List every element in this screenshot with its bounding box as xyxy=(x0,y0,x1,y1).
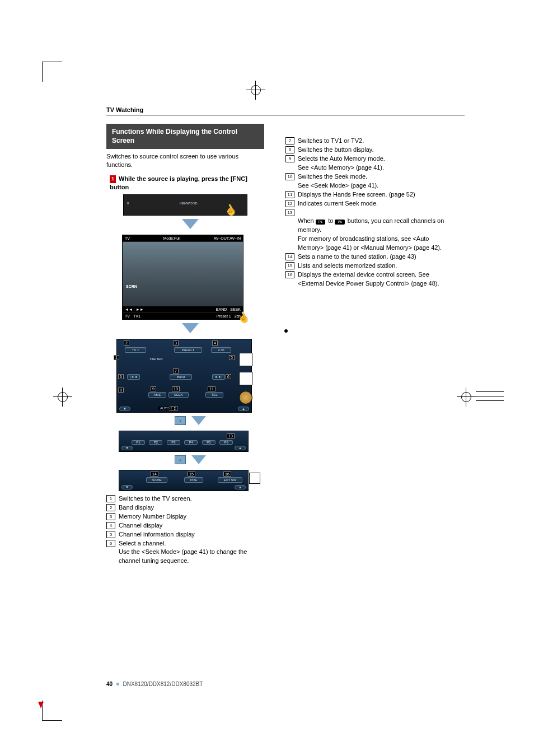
num-box: 15 xyxy=(285,262,294,269)
chevron-right-icon: › xyxy=(175,455,186,464)
list-text: When P1 to P6 buttons, you can recall ch… xyxy=(298,208,453,253)
black-dot-icon xyxy=(284,329,288,333)
down-arrow-icon xyxy=(182,219,199,229)
side-icons xyxy=(239,347,252,404)
caret-icon xyxy=(38,702,44,708)
device-faceplate-image: 0 KENWOOD ☝ xyxy=(123,194,247,216)
list-text: Switches the button display. xyxy=(298,146,453,155)
registration-mark xyxy=(246,81,265,100)
list-text: Memory Number Display xyxy=(119,512,263,521)
scroll-up-tab[interactable]: ▲ xyxy=(238,407,249,411)
num-box: 16 xyxy=(285,271,294,278)
left-numbered-list: 1Switches to the TV screen. 2Band displa… xyxy=(106,494,263,566)
preset-p4[interactable]: P4 xyxy=(184,440,198,445)
down-arrow-icon xyxy=(191,455,206,464)
control-screen-screenshot: 2 3 4 1 5 6 7 6 8 9 10 11 12 TV 1 Preset… xyxy=(116,339,252,413)
side-icon xyxy=(239,372,252,385)
step-1: 1While the source is playing, press the … xyxy=(110,175,261,191)
ame-button[interactable]: AME xyxy=(148,392,166,398)
p6-badge: P6 xyxy=(335,220,344,225)
scroll-down-tab[interactable]: ▼ xyxy=(121,446,133,450)
preset-p3[interactable]: P3 xyxy=(167,440,180,445)
flow-arrow-row: › xyxy=(123,416,257,427)
list-text: Switches to TV1 or TV2. xyxy=(298,137,453,146)
faceplate-brand: KENWOOD xyxy=(180,202,198,205)
callout-7: 7 xyxy=(173,368,179,374)
callout-6b: 6 xyxy=(226,374,231,379)
right-column: 7Switches to TV1 or TV2. 8Switches the b… xyxy=(285,133,453,288)
preset-p6[interactable]: P6 xyxy=(219,440,233,445)
callout-15: 15 xyxy=(188,472,195,477)
faceplate-label: 0 xyxy=(127,202,129,205)
page-content: TV Watching Functions While Displaying t… xyxy=(106,106,465,566)
list-item: 12Indicates current Seek mode. xyxy=(285,199,453,208)
list-item: 15Lists and selects memorized station. xyxy=(285,262,453,270)
seek-next-icon: ►► xyxy=(136,307,144,311)
registration-mark xyxy=(53,388,72,407)
ch-indicator: 2 ch xyxy=(211,347,231,353)
page-number: 40 xyxy=(106,681,113,687)
preset-p2[interactable]: P2 xyxy=(149,440,162,445)
registration-lines xyxy=(476,388,504,405)
num-box: 3 xyxy=(106,513,115,520)
title-text-label: Title Text xyxy=(149,357,163,361)
band-button[interactable]: Band xyxy=(170,374,192,380)
preset-p1[interactable]: P1 xyxy=(132,440,145,445)
list-text: Switches to the TV screen. xyxy=(119,494,263,503)
list-text: Selects the Auto Memory mode. See <Auto … xyxy=(298,155,453,172)
num-box: 1 xyxy=(106,495,115,502)
list-item: 8Switches the button display. xyxy=(285,146,453,155)
tel-button[interactable]: TEL xyxy=(205,392,223,398)
list-item: 4Channel display xyxy=(106,521,263,530)
info-band: TV1 xyxy=(133,314,140,318)
ui-source-label: TV xyxy=(125,236,130,240)
info-source: TV xyxy=(125,314,130,318)
callout-2: 2 xyxy=(124,340,129,346)
down-arrow-icon xyxy=(191,416,206,425)
scroll-up-tab[interactable]: ▲ xyxy=(235,446,246,450)
extsw-button[interactable]: EXT SW xyxy=(218,477,242,483)
preset-p5[interactable]: P5 xyxy=(202,440,216,445)
seek-button[interactable]: SEEK xyxy=(168,392,189,398)
flow-arrow xyxy=(123,219,257,231)
callout-8: 8 xyxy=(118,388,124,393)
pre-button[interactable]: PRE xyxy=(184,477,203,483)
preset-row-screenshot: P1 P2 P3 P4 P5 P6 13 ▼ ▲ xyxy=(119,431,249,452)
auto1-indicator: AUTO 1 xyxy=(158,407,174,410)
chevron-right-icon: › xyxy=(175,416,186,425)
scroll-down-tab[interactable]: ▼ xyxy=(121,485,133,489)
scroll-down-tab[interactable]: ▼ xyxy=(119,407,130,411)
down-arrow-icon xyxy=(182,323,199,333)
ui-seek-bar: ◄◄ ►► BAND SEEK xyxy=(123,306,243,312)
num-box: 4 xyxy=(106,522,115,529)
skip-back-button[interactable]: |◄◄ xyxy=(127,374,140,380)
num-box: 13 xyxy=(285,209,294,216)
page-footer: 40 ● DNX8120/DDX812/DDX8032BT xyxy=(106,680,203,688)
ui-info-bar: TV TV1 Preset 1 2ch xyxy=(123,313,243,319)
text-pre: When xyxy=(298,217,316,224)
preset-buttons-row: P1 P2 P3 P4 P5 P6 xyxy=(132,436,235,446)
name-button[interactable]: NAME xyxy=(146,477,167,483)
callout-14: 14 xyxy=(151,472,158,477)
list-text: Band display xyxy=(119,503,263,512)
list-item: 2Band display xyxy=(106,503,263,512)
callout-10: 10 xyxy=(172,386,180,391)
skip-fwd-button[interactable]: ►►| xyxy=(212,374,225,380)
tv-playback-screenshot: TV Mode:Full AV–OUT:AV–IN SCRN ◄◄ ►► BAN… xyxy=(122,235,243,320)
seek-label: SEEK xyxy=(230,307,241,311)
crop-mark xyxy=(42,701,62,721)
list-item: 16Displays the external device control s… xyxy=(285,270,453,288)
title-bar: Functions While Displaying the Control S… xyxy=(106,124,264,149)
scroll-up-tab[interactable]: ▲ xyxy=(235,485,246,489)
list-text: Lists and selects memorized station. xyxy=(298,262,453,270)
ui-top-bar: TV Mode:Full AV–OUT:AV–IN xyxy=(123,235,243,241)
callout-11: 11 xyxy=(208,386,216,391)
text-mid: to xyxy=(326,217,335,224)
callout-1: 1 xyxy=(114,355,119,360)
list-text: Channel information display xyxy=(119,530,263,539)
right-numbered-list: 7Switches to TV1 or TV2. 8Switches the b… xyxy=(285,137,453,288)
list-item: 11Displays the Hands Free screen. (page … xyxy=(285,190,453,199)
list-item: 10Switches the Seek mode. See <Seek Mode… xyxy=(285,172,453,190)
num-box: 12 xyxy=(285,200,294,207)
footer-model: DNX8120/DDX812/DDX8032BT xyxy=(123,681,203,687)
